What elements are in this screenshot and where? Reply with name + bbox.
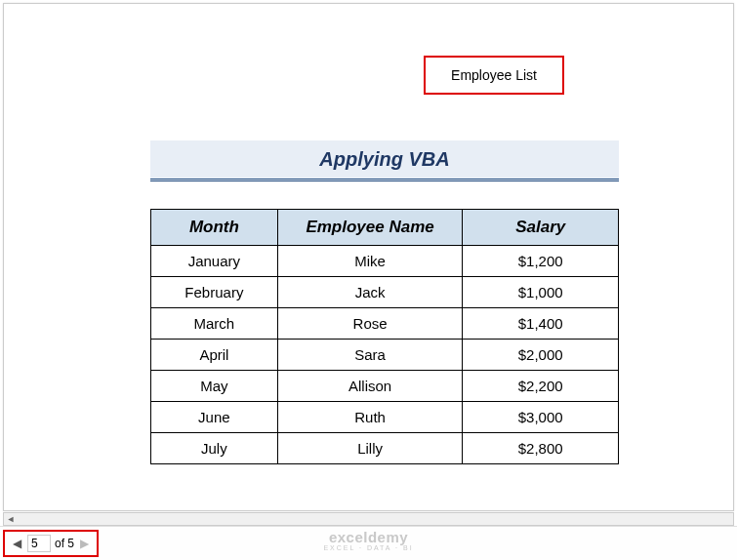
- table-row: June Ruth $3,000: [151, 402, 619, 433]
- cell-name: Allison: [277, 371, 463, 402]
- watermark-sub: EXCEL · DATA · BI: [323, 544, 413, 551]
- cell-month: July: [151, 433, 278, 464]
- cell-salary: $1,400: [463, 308, 619, 340]
- cell-name: Sara: [277, 340, 463, 371]
- cell-salary: $1,200: [463, 246, 619, 277]
- table-row: April Sara $2,000: [151, 340, 619, 371]
- col-header-name: Employee Name: [277, 210, 463, 246]
- table-row: July Lilly $2,800: [151, 433, 619, 464]
- employee-table: Month Employee Name Salary January Mike …: [150, 209, 619, 464]
- watermark-main: exceldemy: [323, 530, 413, 544]
- table-row: May Allison $2,200: [151, 371, 619, 402]
- header-label: Employee List: [424, 56, 564, 95]
- page-content: Employee List Applying VBA Month Employe…: [28, 19, 709, 510]
- cell-name: Lilly: [277, 433, 463, 464]
- cell-salary: $2,200: [463, 371, 619, 402]
- cell-name: Jack: [277, 277, 463, 308]
- table-header-row: Month Employee Name Salary: [151, 210, 619, 246]
- cell-month: May: [151, 371, 278, 402]
- page-title: Applying VBA: [319, 148, 449, 171]
- status-bar: ◀ of 5 ▶ exceldemy EXCEL · DATA · BI: [0, 526, 737, 560]
- page-navigator: ◀ of 5 ▶: [3, 530, 99, 557]
- cell-month: March: [151, 308, 278, 340]
- cell-salary: $2,800: [463, 433, 619, 464]
- print-preview-page: Employee List Applying VBA Month Employe…: [3, 3, 734, 511]
- cell-salary: $3,000: [463, 402, 619, 433]
- table-row: March Rose $1,400: [151, 308, 619, 340]
- title-band: Applying VBA: [150, 140, 619, 181]
- table-row: January Mike $1,200: [151, 246, 619, 277]
- watermark: exceldemy EXCEL · DATA · BI: [323, 530, 413, 551]
- page-number-input[interactable]: [27, 535, 51, 552]
- cell-month: February: [151, 277, 278, 308]
- cell-salary: $1,000: [463, 277, 619, 308]
- cell-salary: $2,000: [463, 340, 619, 371]
- cell-month: April: [151, 340, 278, 371]
- table-row: February Jack $1,000: [151, 277, 619, 308]
- cell-name: Rose: [277, 308, 463, 340]
- cell-month: January: [151, 246, 278, 277]
- page-total-label: of 5: [55, 537, 74, 550]
- cell-name: Mike: [277, 246, 463, 277]
- horizontal-scrollbar[interactable]: ◄: [3, 512, 734, 526]
- col-header-month: Month: [151, 210, 278, 246]
- col-header-salary: Salary: [463, 210, 619, 246]
- cell-name: Ruth: [277, 402, 463, 433]
- scroll-left-icon[interactable]: ◄: [4, 513, 18, 525]
- cell-month: June: [151, 402, 278, 433]
- prev-page-icon[interactable]: ◀: [9, 537, 25, 550]
- next-page-icon[interactable]: ▶: [76, 537, 93, 550]
